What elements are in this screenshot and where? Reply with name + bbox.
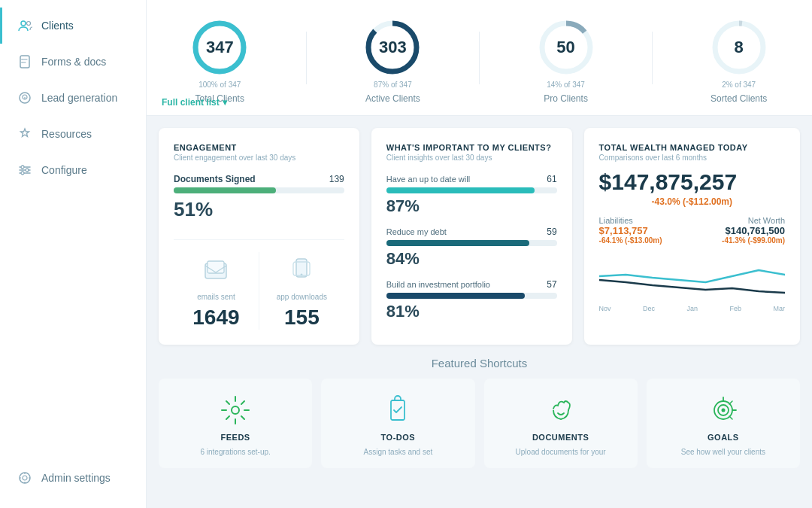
engagement-bar-label: Documents Signed: [174, 174, 256, 184]
apps-icon: [283, 252, 320, 288]
svg-line-32: [226, 401, 229, 404]
forms-icon: [17, 54, 32, 69]
stat-active: 303 87% of 347 Active Clients: [362, 17, 423, 104]
svg-point-13: [20, 473, 30, 483]
stat-sorted-sub: 2% of 347: [722, 81, 756, 89]
shortcuts-section: Featured Shortcuts FEE: [147, 357, 812, 480]
stat-sorted: 8 2% of 347 Sorted Clients: [709, 17, 769, 104]
stat-sorted-label: Sorted Clients: [710, 93, 767, 104]
stat-pro-label: Pro Clients: [544, 93, 588, 104]
stat-pro: 50 14% of 347 Pro Clients: [536, 17, 596, 104]
shortcut-documents[interactable]: DOCUMENTS Upload documents for your: [484, 379, 638, 468]
stat-divider-3: [652, 32, 653, 84]
emails-value: 1649: [192, 306, 239, 330]
important-track-2: [386, 293, 557, 299]
apps-value: 155: [284, 306, 320, 330]
important-fill-0: [386, 187, 535, 193]
stat-pro-number: 50: [556, 38, 574, 57]
stat-circle-active: 303: [362, 17, 423, 78]
shortcut-todos-name: TO-DOS: [381, 433, 416, 442]
stat-divider-1: [306, 32, 307, 84]
svg-point-11: [26, 169, 29, 172]
chart-label-dec: Dec: [643, 305, 655, 312]
svg-line-35: [226, 416, 229, 419]
shortcut-goals[interactable]: GOALS See how well your clients: [647, 379, 800, 468]
stat-circle-sorted: 8: [709, 17, 769, 78]
shortcut-documents-desc: Upload documents for your: [516, 448, 606, 456]
chart-label-jan: Jan: [687, 305, 698, 312]
important-count-1: 59: [547, 227, 556, 237]
stat-sorted-number: 8: [735, 38, 744, 57]
admin-icon: [17, 470, 32, 485]
important-track-1: [386, 240, 557, 246]
wealth-liabilities-label: Liabilities: [599, 216, 692, 225]
stat-circle-total: 347: [189, 17, 250, 78]
engagement-bottom: emails sent 1649 app downloads 155: [174, 239, 344, 330]
stat-total-sub: 100% of 347: [198, 81, 241, 89]
wealth-networth-label: Net Worth: [692, 216, 785, 225]
engagement-title: ENGAGEMENT: [174, 143, 344, 152]
sidebar-item-lead[interactable]: Lead generation: [0, 80, 146, 116]
emails-icon: [198, 252, 234, 288]
stat-pro-sub: 14% of 347: [547, 81, 585, 89]
engagement-card: ENGAGEMENT Client engagement over last 3…: [159, 128, 359, 345]
wealth-liabilities-change: -64.1% (-$13.00m): [599, 236, 692, 245]
important-subtitle: Client insights over last 30 days: [386, 154, 557, 162]
stat-total-number: 347: [206, 38, 234, 57]
shortcuts-row: FEEDS 6 integrations set-up. TO-DOS Assi…: [159, 379, 800, 468]
shortcut-goals-name: GOALS: [707, 433, 739, 442]
chart-label-nov: Nov: [599, 305, 611, 312]
engagement-bar-track: [174, 187, 344, 193]
shortcut-feeds[interactable]: FEEDS 6 integrations set-up.: [159, 379, 312, 468]
engagement-bar-count: 139: [329, 174, 344, 184]
wealth-title: TOTAL WEALTH MANAGED TODAY: [599, 143, 785, 152]
sidebar-item-configure[interactable]: Configure: [0, 152, 146, 188]
todos-icon: [381, 394, 414, 427]
sidebar-item-lead-label: Lead generation: [41, 92, 117, 104]
wealth-amount: $147,875,257: [599, 169, 785, 195]
wealth-liabilities: Liabilities $7,113,757 -64.1% (-$13.00m): [599, 216, 692, 245]
goals-icon: [707, 394, 740, 427]
chart-label-mar: Mar: [773, 305, 785, 312]
svg-point-14: [23, 476, 27, 480]
sidebar: Clients Forms & docs Lead generation: [0, 0, 147, 508]
shortcut-documents-name: DOCUMENTS: [532, 433, 589, 442]
engagement-bar-section: Documents Signed 139 51%: [174, 174, 344, 221]
sidebar-item-clients-label: Clients: [41, 20, 74, 32]
full-client-link[interactable]: Full client list ▾: [162, 97, 227, 108]
stat-divider-2: [479, 32, 480, 84]
shortcut-goals-desc: See how well your clients: [681, 448, 765, 456]
emails-stat: emails sent 1649: [174, 252, 259, 330]
cards-row: ENGAGEMENT Client engagement over last 3…: [147, 116, 812, 357]
svg-point-4: [21, 62, 23, 63]
wealth-subtitle: Comparisons over last 6 months: [599, 154, 785, 162]
important-label-1: Reduce my debt: [386, 227, 447, 236]
wealth-networth-change: -41.3% (-$99.00m): [692, 236, 785, 245]
apps-label: app downloads: [277, 293, 327, 301]
wealth-networth: Net Worth $140,761,500 -41.3% (-$99.00m): [692, 216, 785, 245]
sidebar-item-admin[interactable]: Admin settings: [0, 460, 146, 496]
configure-icon: [17, 163, 32, 178]
important-label-2: Build an investment portfolio: [386, 280, 490, 289]
stat-circle-pro: 50: [536, 17, 596, 78]
important-fill-1: [386, 240, 530, 246]
svg-point-0: [21, 21, 26, 26]
lead-icon: [17, 90, 32, 105]
sidebar-item-resources-label: Resources: [41, 128, 92, 140]
important-fill-2: [386, 293, 525, 299]
shortcut-todos[interactable]: TO-DOS Assign tasks and set: [321, 379, 474, 468]
stat-active-number: 303: [379, 38, 407, 57]
sidebar-item-clients[interactable]: Clients: [0, 8, 146, 44]
important-pct-0: 87%: [386, 196, 557, 216]
shortcuts-title: Featured Shortcuts: [159, 357, 800, 370]
sidebar-item-forms[interactable]: Forms & docs: [0, 44, 146, 80]
stat-active-label: Active Clients: [365, 93, 420, 104]
svg-point-40: [721, 409, 725, 412]
svg-rect-2: [20, 56, 29, 68]
mini-chart: Nov Dec Jan Feb Mar: [599, 254, 785, 312]
engagement-subtitle: Client engagement over last 30 days: [174, 154, 344, 162]
svg-point-3: [21, 59, 23, 60]
sidebar-item-resources[interactable]: Resources: [0, 116, 146, 152]
important-label-0: Have an up to date will: [386, 175, 470, 184]
sidebar-item-configure-label: Configure: [41, 164, 87, 176]
